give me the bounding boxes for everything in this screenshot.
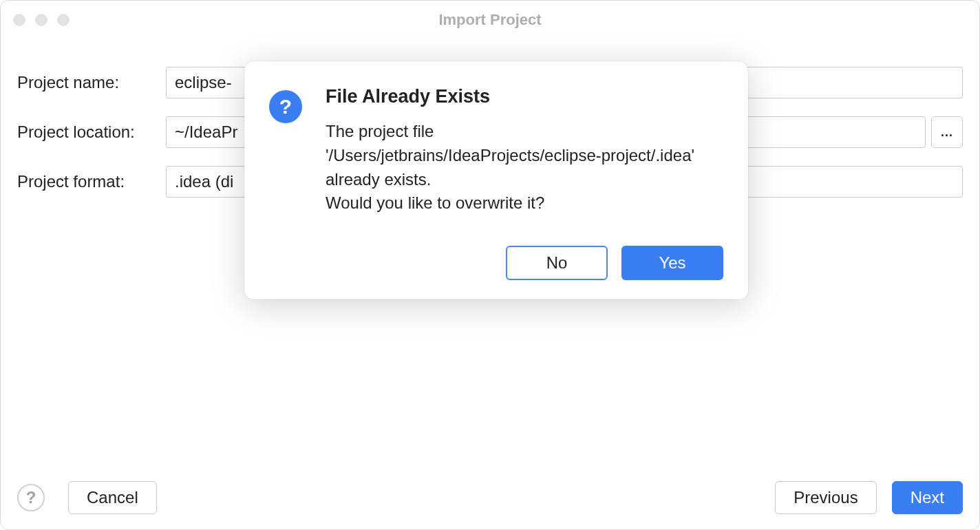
browse-button[interactable]: ... — [931, 116, 963, 148]
question-mark-icon: ? — [279, 95, 292, 118]
footer: ? Cancel Previous Next — [1, 466, 979, 529]
project-format-label: Project format: — [17, 172, 166, 191]
project-format-value: .idea (di — [175, 172, 233, 191]
ellipsis-icon: ... — [941, 125, 953, 140]
help-button[interactable]: ? — [17, 484, 45, 511]
dialog-title: File Already Exists — [326, 86, 723, 107]
cancel-button[interactable]: Cancel — [68, 481, 157, 514]
previous-button[interactable]: Previous — [775, 481, 876, 514]
titlebar: Import Project — [1, 1, 979, 39]
dialog-actions: No Yes — [269, 246, 723, 280]
window-title: Import Project — [1, 11, 979, 29]
dialog-body: ? File Already Exists The project file '… — [269, 86, 723, 215]
project-name-label: Project name: — [17, 73, 166, 92]
yes-button[interactable]: Yes — [621, 246, 723, 280]
no-button[interactable]: No — [506, 246, 608, 280]
dialog-message: The project file '/Users/jetbrains/IdeaP… — [326, 120, 723, 215]
close-window-dot[interactable] — [13, 14, 25, 26]
zoom-window-dot[interactable] — [57, 14, 70, 26]
file-exists-dialog: ? File Already Exists The project file '… — [244, 61, 748, 299]
dialog-text: File Already Exists The project file '/U… — [326, 86, 723, 215]
traffic-lights — [13, 14, 70, 26]
footer-left: ? Cancel — [17, 481, 157, 514]
minimize-window-dot[interactable] — [35, 14, 47, 26]
question-icon: ? — [269, 90, 302, 123]
project-location-label: Project location: — [17, 123, 166, 142]
footer-right: Previous Next — [775, 481, 963, 514]
question-mark-icon: ? — [26, 488, 36, 507]
next-button[interactable]: Next — [892, 481, 963, 514]
import-project-window: Import Project Project name: Project loc… — [0, 0, 980, 530]
